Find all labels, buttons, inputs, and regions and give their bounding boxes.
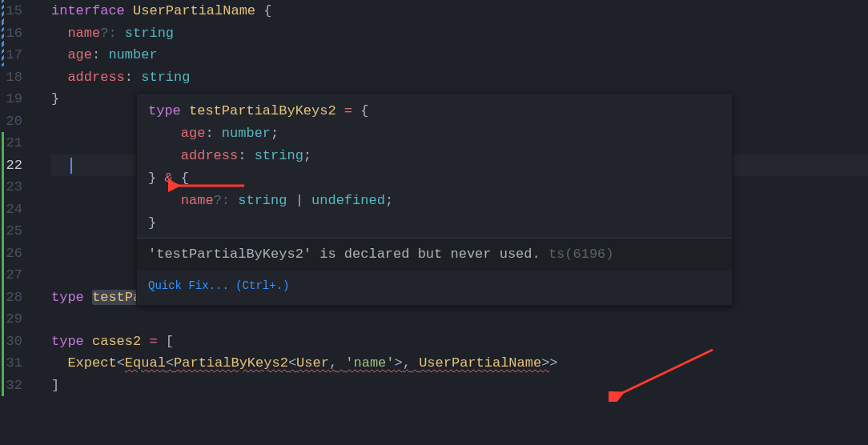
annotation-arrow-icon [609, 346, 721, 402]
code-line[interactable]: ] [51, 375, 868, 397]
line-number: 29 [0, 308, 30, 331]
line-number: 28 [0, 287, 30, 309]
hover-type-info: type testPartialByKeys2 = { age: number;… [137, 94, 732, 239]
line-number: 19 [0, 88, 30, 110]
code-line[interactable]: age: number [51, 44, 868, 66]
line-number: 32 [0, 375, 30, 397]
line-number: 27 [0, 264, 30, 287]
code-line[interactable]: name?: string [51, 22, 868, 45]
line-number: 17 [0, 44, 30, 66]
code-line[interactable]: Expect<Equal<PartialByKeys2<User, 'name'… [51, 352, 868, 375]
cursor [70, 158, 72, 174]
line-number: 24 [0, 198, 30, 221]
quick-fix-link[interactable]: Quick Fix... (Ctrl+.) [137, 271, 732, 306]
line-number: 25 [0, 220, 30, 243]
code-editor[interactable]: 15 16 17 18 19 20 21 22 23 24 25 26 27 2… [0, 0, 868, 396]
svg-line-1 [621, 350, 713, 394]
line-number: 30 [0, 331, 30, 353]
line-number: 22 [0, 154, 30, 177]
line-number: 23 [0, 176, 30, 198]
code-line[interactable]: address: string [51, 66, 868, 89]
line-number: 20 [0, 110, 30, 133]
line-number: 26 [0, 243, 30, 265]
code-line[interactable]: interface UserPartialName { [51, 0, 868, 22]
hover-diagnostic: 'testPartialByKeys2' is declared but nev… [137, 239, 732, 271]
annotation-arrow-icon [168, 178, 248, 194]
line-number: 18 [0, 66, 30, 89]
line-number: 16 [0, 22, 30, 45]
line-number: 21 [0, 132, 30, 154]
line-number: 15 [0, 0, 30, 22]
hover-tooltip: type testPartialByKeys2 = { age: number;… [136, 93, 733, 306]
line-number-gutter: 15 16 17 18 19 20 21 22 23 24 25 26 27 2… [0, 0, 32, 396]
code-line[interactable]: type cases2 = [ [51, 331, 868, 353]
code-area[interactable]: interface UserPartialName { name?: strin… [32, 0, 868, 396]
line-number: 31 [0, 352, 30, 375]
code-line[interactable] [51, 308, 868, 331]
